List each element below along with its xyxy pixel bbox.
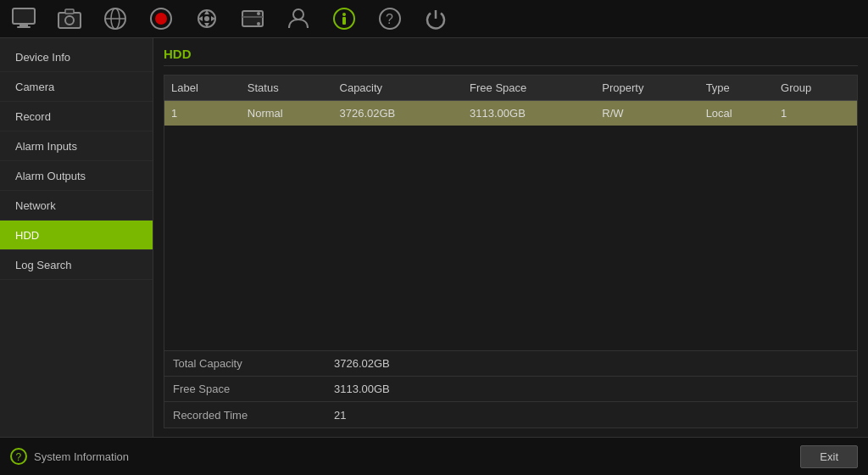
summary-section: Total Capacity 3726.02GB Free Space 3113…: [164, 351, 858, 428]
svg-point-19: [257, 12, 260, 15]
col-group: Group: [774, 75, 857, 101]
camera-icon[interactable]: [54, 3, 85, 34]
svg-point-23: [342, 13, 346, 16]
bottom-bar: ? System Information Exit: [0, 437, 868, 475]
svg-text:?: ?: [386, 12, 393, 26]
monitor-icon[interactable]: [8, 3, 39, 34]
col-status: Status: [241, 75, 333, 101]
svg-rect-3: [58, 13, 81, 28]
help-icon[interactable]: ?: [375, 3, 405, 34]
table-row[interactable]: 1 Normal 3726.02GB 3113.00GB R/W Local 1: [164, 101, 857, 126]
exit-button[interactable]: Exit: [800, 445, 858, 468]
hdd-table: Label Status Capacity Free Space Propert…: [164, 75, 857, 126]
svg-rect-24: [342, 17, 346, 25]
svg-text:?: ?: [16, 451, 22, 463]
col-free-space: Free Space: [463, 75, 595, 101]
cell-label: 1: [164, 101, 241, 126]
sidebar-item-log-search[interactable]: Log Search: [0, 250, 153, 280]
svg-point-20: [257, 22, 260, 25]
record-icon[interactable]: [146, 3, 176, 34]
sidebar-item-device-info[interactable]: Device Info: [0, 42, 153, 72]
content-area: HDD Label Status Capacity Free Space Pro…: [153, 38, 868, 437]
hdd-table-wrapper: Label Status Capacity Free Space Propert…: [164, 75, 858, 351]
toolbar: ?: [0, 0, 868, 38]
col-label: Label: [164, 75, 241, 101]
info-icon[interactable]: [329, 3, 359, 34]
sidebar-item-network[interactable]: Network: [0, 191, 153, 221]
system-info: ? System Information: [10, 448, 129, 465]
svg-point-16: [204, 16, 209, 21]
cell-capacity: 3726.02GB: [333, 101, 464, 126]
sidebar-item-hdd[interactable]: HDD: [0, 221, 153, 250]
power-icon[interactable]: [420, 3, 451, 34]
cell-property: R/W: [595, 101, 698, 126]
cell-type: Local: [699, 101, 774, 126]
svg-rect-5: [65, 9, 74, 14]
account-icon[interactable]: [283, 3, 314, 34]
svg-rect-0: [13, 8, 35, 24]
col-capacity: Capacity: [333, 75, 464, 101]
sidebar-item-record[interactable]: Record: [0, 102, 153, 131]
ptz-icon[interactable]: [192, 3, 222, 34]
col-type: Type: [699, 75, 774, 101]
cell-group: 1: [774, 101, 857, 126]
page-title: HDD: [164, 47, 858, 66]
sidebar-item-alarm-outputs[interactable]: Alarm Outputs: [0, 161, 153, 191]
svg-rect-2: [17, 26, 31, 28]
svg-point-21: [293, 9, 303, 20]
svg-rect-1: [19, 24, 28, 26]
system-info-label: System Information: [34, 450, 129, 463]
cell-free-space: 3113.00GB: [463, 101, 595, 126]
summary-free-space: Free Space 3113.00GB: [164, 377, 857, 402]
sidebar-item-alarm-inputs[interactable]: Alarm Inputs: [0, 131, 153, 161]
summary-recorded-time: Recorded Time 21: [164, 402, 857, 428]
table-header-row: Label Status Capacity Free Space Propert…: [164, 75, 857, 101]
storage-icon[interactable]: [237, 3, 268, 34]
svg-point-10: [155, 13, 167, 25]
sidebar: Device Info Camera Record Alarm Inputs A…: [0, 38, 153, 437]
svg-rect-18: [242, 16, 263, 18]
cell-status: Normal: [241, 101, 333, 126]
summary-total-capacity: Total Capacity 3726.02GB: [164, 351, 857, 377]
sidebar-item-camera[interactable]: Camera: [0, 72, 153, 102]
network-icon[interactable]: [100, 3, 131, 34]
main-layout: Device Info Camera Record Alarm Inputs A…: [0, 38, 868, 437]
col-property: Property: [595, 75, 698, 101]
help-circle-icon: ?: [10, 448, 27, 465]
